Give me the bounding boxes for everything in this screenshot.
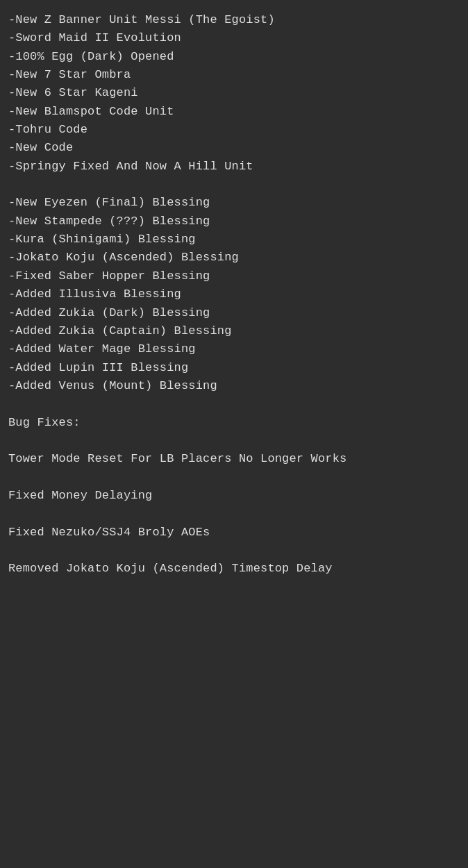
- main-content: -New Z Banner Unit Messi (The Egoist) -S…: [8, 11, 460, 578]
